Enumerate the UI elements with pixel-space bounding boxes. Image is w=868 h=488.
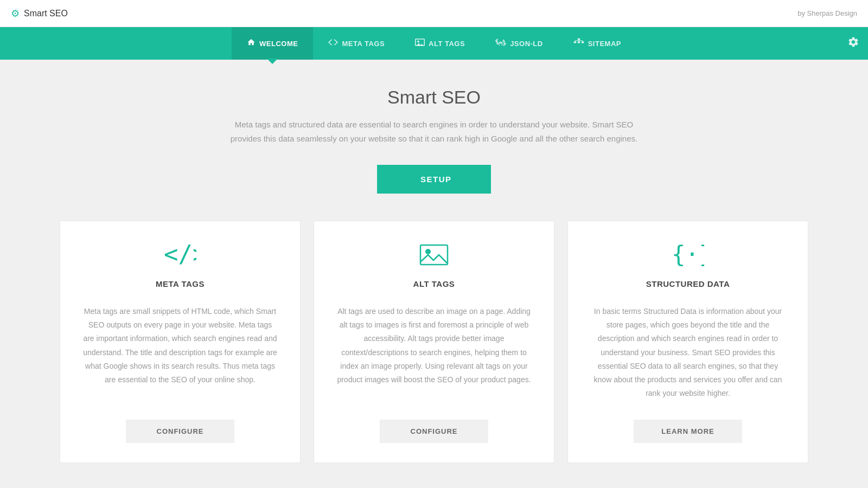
- nav-label-sitemap: SITEMAP: [588, 40, 621, 48]
- nav-label-json-ld: JSON-LD: [510, 40, 543, 48]
- svg-rect-6: [582, 42, 584, 43]
- home-icon: [247, 38, 256, 49]
- configure-alt-tags-button[interactable]: CONFIGURE: [380, 420, 488, 443]
- setup-button[interactable]: SETUP: [377, 165, 491, 194]
- braces-icon: {·}: [495, 38, 506, 49]
- svg-rect-4: [573, 42, 576, 43]
- app-logo: ⚙ Smart SEO: [11, 8, 68, 20]
- nav-label-alt-tags: ALT TAGS: [429, 40, 465, 48]
- app-title: Smart SEO: [24, 9, 68, 18]
- gear-icon: ⚙: [11, 8, 20, 20]
- top-bar: ⚙ Smart SEO by Sherpas Design: [0, 0, 868, 27]
- main-content: Smart SEO Meta tags and structured data …: [0, 60, 868, 485]
- svg-text:</>: </>: [164, 243, 196, 267]
- page-title: Smart SEO: [387, 87, 481, 108]
- card-meta-tags-desc: Meta tags are small snippets of HTML cod…: [82, 305, 278, 400]
- configure-meta-tags-button[interactable]: CONFIGURE: [126, 420, 234, 443]
- code-icon: [328, 38, 338, 48]
- code-brackets-icon: </>: [164, 243, 196, 271]
- card-alt-tags: ALT TAGS Alt tags are used to describe a…: [314, 221, 554, 463]
- cards-row: </> META TAGS Meta tags are small snippe…: [60, 221, 808, 463]
- image-landscape-icon: [419, 243, 449, 271]
- learn-more-button[interactable]: LEARN MORE: [634, 420, 742, 443]
- svg-point-1: [417, 41, 419, 43]
- svg-rect-5: [578, 42, 580, 43]
- image-icon: [415, 38, 425, 49]
- card-meta-tags-title: META TAGS: [156, 279, 205, 288]
- svg-point-14: [425, 249, 431, 254]
- card-structured-data: {·} STRUCTURED DATA In basic terms Struc…: [567, 221, 808, 463]
- nav-label-meta-tags: META TAGS: [342, 40, 385, 48]
- nav-item-sitemap[interactable]: SITEMAP: [558, 27, 636, 60]
- card-alt-tags-title: ALT TAGS: [413, 279, 455, 288]
- nav-item-meta-tags[interactable]: META TAGS: [313, 27, 400, 60]
- nav-item-json-ld[interactable]: {·} JSON-LD: [480, 27, 558, 60]
- nav-items: WELCOME META TAGS ALT TAGS: [232, 27, 636, 60]
- navigation: WELCOME META TAGS ALT TAGS: [0, 27, 868, 60]
- sitemap-icon: [573, 38, 584, 49]
- nav-item-alt-tags[interactable]: ALT TAGS: [400, 27, 480, 60]
- credit-text: by Sherpas Design: [797, 9, 857, 17]
- card-structured-data-title: STRUCTURED DATA: [646, 279, 730, 288]
- card-structured-data-desc: In basic terms Structured Data is inform…: [590, 305, 786, 400]
- structured-data-icon: {·}: [672, 243, 704, 271]
- svg-rect-3: [578, 38, 580, 40]
- page-subtitle: Meta tags and structured data are essent…: [222, 118, 646, 145]
- card-alt-tags-desc: Alt tags are used to describe an image o…: [336, 305, 532, 400]
- nav-item-welcome[interactable]: WELCOME: [232, 27, 313, 60]
- svg-text:{·}: {·}: [672, 243, 704, 267]
- nav-label-welcome: WELCOME: [259, 40, 298, 48]
- card-meta-tags: </> META TAGS Meta tags are small snippe…: [60, 221, 301, 463]
- svg-rect-13: [420, 245, 448, 265]
- settings-icon[interactable]: [847, 36, 859, 51]
- svg-rect-0: [416, 39, 425, 46]
- svg-text:{·}: {·}: [499, 41, 503, 46]
